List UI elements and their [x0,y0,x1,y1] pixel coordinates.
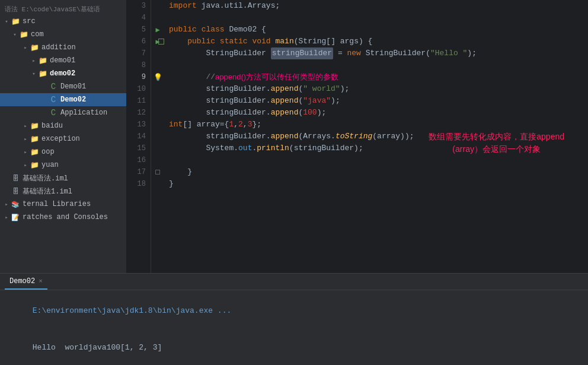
oop-label: oop [41,148,55,156]
editor-area: 3 4 5 6 7 8 9 10 11 12 13 14 15 16 17 18 [126,0,588,273]
ln-6: 6 [126,36,146,47]
oop-arrow [21,148,30,156]
Demo02-label: Demo02 [60,96,86,104]
gutter-7 [151,47,164,59]
code-line-11: stringBuilder. append ( "java" ); [169,95,583,107]
kw-public-6: public [187,36,215,47]
exception-label: exception [41,135,80,143]
ln-9: 9 [126,71,146,83]
type-string: String [299,36,327,47]
gutter-12 [151,107,164,119]
gutter-15 [151,142,164,154]
bulb-9[interactable]: 💡 [154,73,162,82]
sidebar-item-watches[interactable]: 📝 ratches and Consoles [0,211,126,224]
sidebar-item-Application[interactable]: C Application [0,106,126,119]
tab-close-button[interactable]: × [39,278,43,285]
sidebar-item-src[interactable]: 📁 src [0,15,126,28]
code-line-10: stringBuilder. append ( " world" ); [169,83,583,95]
sidebar-item-demo02[interactable]: 📁 demo02 [0,67,126,80]
kw-void: void [252,36,270,47]
demo01-arrow [30,56,38,65]
str-java: "java" [303,95,331,107]
str-world: " world" [303,83,340,95]
sidebar-item-baidu[interactable]: 📁 baidu [0,119,126,132]
console-output: Hello worldjava100[1, 2, 3] [33,343,162,352]
yuan-label: yuan [41,161,59,169]
gutter-6[interactable]: ▶ [151,36,164,47]
addition-arrow [21,43,30,52]
yuan-icon: 📁 [30,160,39,170]
kw-public-5: public [169,24,197,36]
sidebar-item-yuan[interactable]: 📁 yuan [0,158,126,172]
console-line-2: Hello worldjava100[1, 2, 3] [5,329,583,365]
sidebar-item-iml1[interactable]: 🗄 基础语法.iml [0,172,126,185]
sidebar-item-libs[interactable]: 📚 ternal Libraries [0,198,126,211]
demo01-label: demo01 [50,56,75,65]
demo02-icon: 📁 [38,69,47,78]
bottom-tabs: Demo02 × [0,274,588,290]
gutter: ▶ ▶ 💡 [151,0,164,273]
gutter-5[interactable]: ▶ [151,24,164,36]
method-append-12: append [271,107,299,119]
method-append-10: append [271,83,299,95]
num-2: 2 [238,119,243,131]
ln-3: 3 [126,0,146,12]
iml2-icon: 🗄 [11,186,20,196]
Application-label: Application [60,109,107,117]
console-content: E:\environment\java\jdk1.8\bin\java.exe … [0,290,588,365]
sidebar-item-exception[interactable]: 📁 exception [0,132,126,145]
bracket-17 [155,170,160,174]
code-line-7: StringBuilder stringBuilder = new String… [169,47,583,59]
sidebar-item-iml2[interactable]: 🗄 基础语法1.iml [0,185,126,198]
annotation-line2: (array）会返回一个对象 [429,143,564,155]
code-view[interactable]: 3 4 5 6 7 8 9 10 11 12 13 14 15 16 17 18 [126,0,588,273]
ln-7: 7 [126,47,146,59]
code-line-4 [169,12,583,24]
addition-icon: 📁 [30,43,39,52]
ln-17: 17 [126,166,146,178]
ln-14: 14 [126,131,146,142]
num-100: 100 [303,107,317,119]
comment-9: // [206,71,215,83]
iml2-label: 基础语法1.iml [23,186,72,196]
gutter-13 [151,119,164,131]
annotation-box: 数组需要先转化成内容，直接append (array）会返回一个对象 [429,131,564,155]
sidebar-item-oop[interactable]: 📁 oop [0,145,126,158]
sidebar-item-demo01[interactable]: 📁 demo01 [0,54,126,67]
sidebar-item-Demo02[interactable]: C Demo02 [0,93,126,106]
code-line-18: } [169,178,583,190]
addition-label: addition [41,43,76,52]
sidebar-item-addition[interactable]: 📁 addition [0,41,126,54]
method-tostring: toString [335,131,372,142]
kw-static: static [220,36,248,47]
demo02-label: demo02 [50,69,75,78]
exception-icon: 📁 [30,134,39,144]
gutter-14 [151,131,164,142]
src-label: src [23,17,36,26]
run-arrow-5[interactable]: ▶ [155,26,159,34]
code-line-5: public class Demo02 { [169,24,583,36]
Demo01-icon: C [49,82,58,91]
tab-demo02[interactable]: Demo02 × [5,274,47,290]
num-1: 1 [229,119,234,131]
sidebar-item-Demo01[interactable]: C Demo01 [0,80,126,93]
sidebar-item-com[interactable]: 📁 com [0,28,126,41]
method-append-14: append [271,131,299,142]
watches-label: ratches and Consoles [23,213,108,221]
ln-18: 18 [126,178,146,190]
baidu-label: baidu [41,122,63,130]
iml1-icon: 🗄 [11,173,20,183]
sidebar-header: 语法 E:\code\JavaSE\基础语 [0,2,126,15]
gutter-11 [151,95,164,107]
code-line-16 [169,154,583,166]
Application-icon: C [49,108,58,118]
ln-5: 5 [126,24,146,36]
ln-4: 4 [126,12,146,24]
gutter-10 [151,83,164,95]
code-line-8 [169,59,583,71]
baidu-arrow [21,122,30,130]
tab-demo02-label: Demo02 [9,277,35,285]
chinese-comment-9: append()方法可以传任何类型的参数 [215,71,338,83]
num-3: 3 [248,119,253,131]
yuan-arrow [21,161,30,169]
